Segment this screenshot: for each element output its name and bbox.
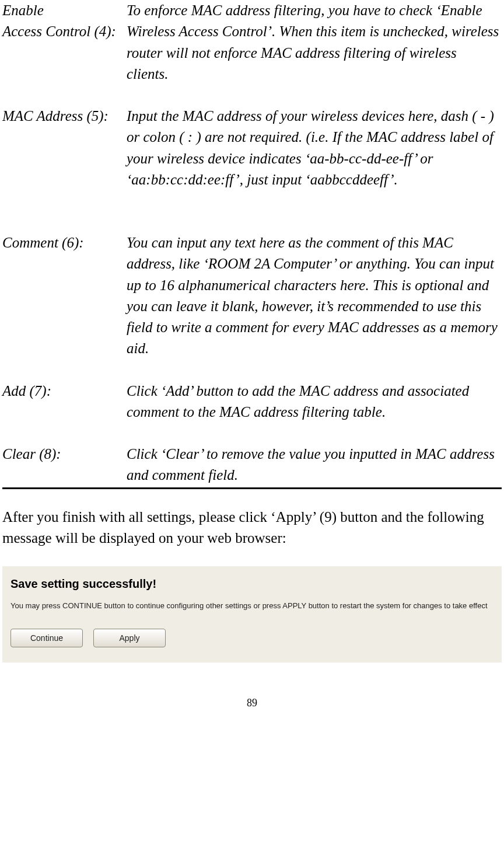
definition-term: Add (7): — [2, 381, 127, 402]
term-line: Enable — [2, 0, 122, 21]
definition-row: Enable Access Control (4): To enforce MA… — [2, 0, 502, 85]
spacer — [2, 85, 502, 106]
save-success-description: You may press CONTINUE button to continu… — [10, 601, 494, 611]
term-line: MAC Address (5): — [2, 106, 122, 127]
definition-row: MAC Address (5): Input the MAC address o… — [2, 106, 502, 190]
definition-description: Click ‘Add’ button to add the MAC addres… — [127, 381, 502, 423]
horizontal-rule — [2, 487, 502, 489]
spacer — [2, 423, 502, 444]
button-row: Continue Apply — [10, 629, 494, 647]
term-line: Clear (8): — [2, 444, 122, 465]
term-line: Access Control (4): — [2, 21, 122, 42]
term-line: Comment (6): — [2, 232, 122, 253]
after-settings-text: After you finish with all settings, plea… — [2, 507, 502, 549]
definition-row: Comment (6): You can input any text here… — [2, 232, 502, 360]
spacer — [2, 190, 502, 232]
save-success-title: Save setting successfully! — [10, 576, 494, 592]
definition-description: Click ‘Clear’ to remove the value you in… — [127, 444, 502, 486]
continue-button[interactable]: Continue — [10, 629, 83, 647]
browser-message-box: Save setting successfully! You may press… — [2, 566, 502, 663]
definition-row: Add (7): Click ‘Add’ button to add the M… — [2, 381, 502, 423]
definition-description: Input the MAC address of your wireless d… — [127, 106, 502, 190]
spacer — [2, 360, 502, 381]
definition-term: Comment (6): — [2, 232, 127, 253]
apply-button[interactable]: Apply — [93, 629, 166, 647]
definition-description: To enforce MAC address filtering, you ha… — [127, 0, 502, 85]
definition-row: Clear (8): Click ‘Clear’ to remove the v… — [2, 444, 502, 486]
definition-list: Enable Access Control (4): To enforce MA… — [2, 0, 502, 486]
page-number: 89 — [2, 695, 502, 710]
definition-description: You can input any text here as the comme… — [127, 232, 502, 360]
term-line: Add (7): — [2, 381, 122, 402]
definition-term: Clear (8): — [2, 444, 127, 465]
definition-term: Enable Access Control (4): — [2, 0, 127, 43]
definition-term: MAC Address (5): — [2, 106, 127, 127]
